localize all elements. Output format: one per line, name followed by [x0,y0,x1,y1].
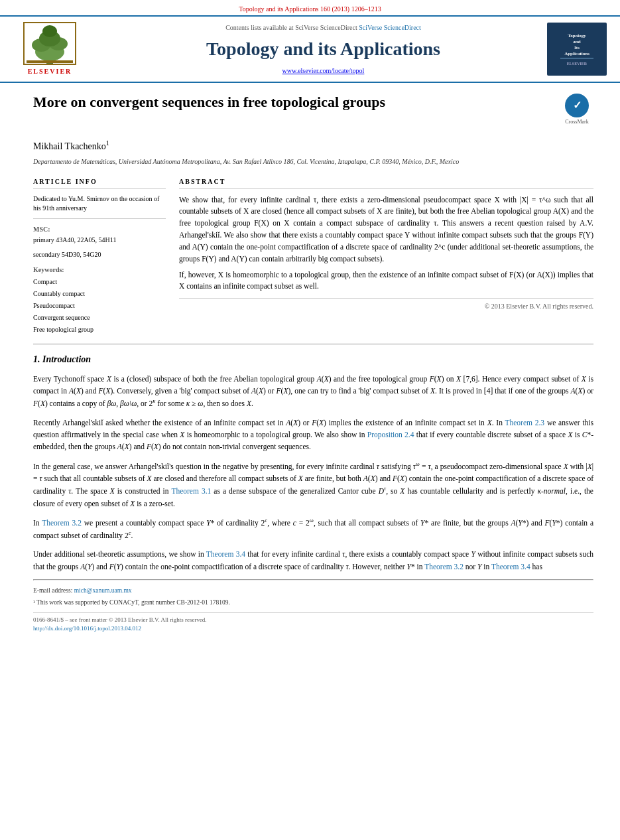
elsevier-brand-label: ELSEVIER [28,66,72,76]
svg-rect-6 [27,60,73,63]
dedicated-text: Dedicated to Yu.M. Smirnov on the occasi… [33,194,166,213]
right-logo-title: Topology and Its Applications ELSEVIER [554,25,600,74]
proposition-2-4-link[interactable]: Proposition 2.4 [367,431,414,439]
elsevier-tree-icon [23,22,76,65]
article-title-section: More on convergent sequences in free top… [33,93,593,131]
journal-url: www.elsevier.com/locate/topol [99,66,547,76]
abstract-p1: We show that, for every infinite cardina… [179,194,593,265]
page: Topology and its Applications 160 (2013)… [0,0,620,840]
journal-header-center: Contents lists available at SciVerse Sci… [99,23,547,76]
footer-divider [33,579,593,581]
theorem-2-3-link[interactable]: Theorem 2.3 [505,419,544,427]
body-para5: Under additional set-theoretic assumptio… [33,548,593,573]
msc-label: MSC: [33,224,166,234]
affiliation: Departamento de Matemáticas, Universidad… [33,157,593,167]
keyword-compact: Compact [33,276,166,288]
svg-text:Applications: Applications [564,51,589,56]
abstract-heading: ABSTRACT [179,176,593,189]
keywords-list: Compact Countably compact Pseudocompact … [33,276,166,336]
email-link[interactable]: mich@xanum.uam.mx [74,587,132,594]
footer-copyright: 0166-8641/$ – see front matter © 2013 El… [33,616,593,625]
crossmark-badge: ✓ CrossMark [560,93,593,126]
article-info-col: ARTICLE INFO Dedicated to Yu.M. Smirnov … [33,176,166,336]
author-sup: 1 [106,139,109,147]
theorem-3-4-ref[interactable]: Theorem 3.4 [491,563,530,571]
svg-text:and: and [573,39,580,44]
msc-secondary: secondary 54D30, 54G20 [33,250,166,259]
journal-url-link[interactable]: www.elsevier.com/locate/topol [282,67,365,74]
keywords-label: Keywords: [33,265,166,275]
svg-text:Its: Its [574,45,580,50]
crossmark-icon: ✓ [564,93,589,118]
footer-bottom: 0166-8641/$ – see front matter © 2013 El… [33,612,593,634]
svg-text:✓: ✓ [573,100,582,111]
footnote-email: E-mail address: mich@xanum.uam.mx [33,586,593,595]
journal-citation: Topology and its Applications 160 (2013)… [239,5,381,13]
crossmark-label: CrossMark [565,118,589,126]
keyword-countably-compact: Countably compact [33,288,166,300]
theorem-3-2-ref[interactable]: Theorem 3.2 [424,563,464,571]
copyright: © 2013 Elsevier B.V. All rights reserved… [179,298,593,311]
journal-top-bar: Topology and its Applications 160 (2013)… [0,0,620,17]
theorem-3-4-link[interactable]: Theorem 3.4 [206,550,245,558]
svg-text:ELSEVIER: ELSEVIER [567,62,588,66]
abstract-text: We show that, for every infinite cardina… [179,194,593,293]
email-label: E-mail address: [33,587,72,594]
doi-link[interactable]: http://dx.doi.org/10.1016/j.topol.2013.0… [33,625,141,632]
msc-primary: primary 43A40, 22A05, 54H11 [33,236,166,245]
sciverse-line: Contents lists available at SciVerse Sci… [99,23,547,33]
body-para2: Recently Arhangel'skiĭ asked whether the… [33,417,593,453]
body-para3: In the general case, we answer Arhangel'… [33,460,593,510]
journal-right-logo: Topology and Its Applications ELSEVIER [547,23,607,76]
abstract-p2: If, however, X is homeomorphic to a topo… [179,269,593,293]
section1-title: 1. Introduction [33,352,593,366]
main-content: More on convergent sequences in free top… [0,83,620,644]
author-name: Mikhail Tkachenko [33,141,106,151]
svg-text:Topology: Topology [568,33,586,38]
journal-title: Topology and its Applications [99,35,547,63]
body-para4: In Theorem 3.2 we present a countably co… [33,516,593,541]
sciverse-link[interactable]: SciVerse ScienceDirect [359,24,421,31]
section-divider [33,344,593,344]
author-line: Mikhail Tkachenko1 [33,138,593,153]
body-para1: Every Tychonoff space X is a (closed) su… [33,373,593,410]
article-info-heading: ARTICLE INFO [33,176,166,189]
footnote-1: ¹ This work was supported by CONACyT, gr… [33,598,593,607]
article-title: More on convergent sequences in free top… [33,93,550,112]
elsevier-logo: ELSEVIER [13,22,86,76]
right-logo-icon: Topology and Its Applications ELSEVIER [554,25,600,72]
keyword-pseudocompact: Pseudocompact [33,300,166,312]
header-area: ELSEVIER Contents lists available at Sci… [0,17,620,83]
svg-point-5 [42,25,57,37]
keyword-convergent-sequence: Convergent sequence [33,312,166,324]
theorem-3-1-link[interactable]: Theorem 3.1 [171,487,211,495]
two-column-section: ARTICLE INFO Dedicated to Yu.M. Smirnov … [33,176,593,336]
theorem-3-2-link[interactable]: Theorem 3.2 [42,519,82,527]
abstract-col: ABSTRACT We show that, for every infinit… [179,176,593,336]
keyword-free-topological-group: Free topological group [33,324,166,336]
